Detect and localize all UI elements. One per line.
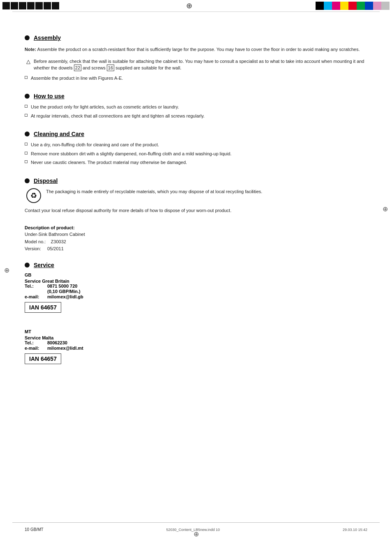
small-square-icon: [25, 76, 28, 79]
top-left-marks: [0, 0, 62, 12]
version-value: 05/2011: [47, 246, 64, 251]
cb-red: [348, 2, 357, 10]
warning-text-end: supplied are suitable for the wall.: [115, 65, 181, 70]
service-gb-ian-value: 64657: [41, 304, 57, 311]
ref-box-22: 22: [74, 65, 81, 71]
black-sq-5: [35, 2, 43, 9]
cleaning-text-2: Remove more stubborn dirt with a slightl…: [31, 150, 231, 157]
cleaning-header: Cleaning and Care: [25, 131, 367, 137]
page: ⊕ ⊕ ⊕ Assembly: [0, 0, 392, 540]
service-mt-block: MT Service Malta Tel.: 80062230 e-mail: …: [25, 329, 367, 372]
cleaning-bullet: [25, 132, 30, 136]
black-sq-4: [27, 2, 35, 9]
service-gb-name: Service Great Britain: [25, 279, 367, 284]
top-right-marks: [316, 0, 392, 12]
assembly-note-text: Note: Assemble the product on a scratch-…: [25, 47, 360, 52]
version-label: Version:: [25, 246, 41, 251]
service-gb-ian-label: IAN: [29, 304, 39, 311]
service-mt-tel-value: 80062230: [47, 340, 67, 345]
bottom-border: [12, 522, 380, 523]
black-sq-3: [19, 2, 26, 9]
service-gb-tel-sub: (0,10 GBP/Min.): [47, 289, 81, 294]
assembly-note-body: Assemble the product on a scratch-resist…: [37, 47, 360, 52]
recycle-icon: ♻: [26, 188, 41, 203]
description-model: Model no.: Z30032: [25, 238, 367, 246]
how-to-use-bullet: [25, 94, 30, 99]
disposal-icon-row: ♻ The packaging is made entirely of recy…: [26, 188, 367, 203]
how-to-use-section: How to use Use the product only for ligh…: [25, 93, 367, 119]
assembly-header: Assembly: [25, 35, 367, 41]
black-sq-2: [11, 2, 18, 9]
assembly-bullet-item-1: Assemble the product in line with Figure…: [25, 75, 367, 82]
service-mt-name: Service Malta: [25, 335, 367, 340]
service-mt-code: MT: [25, 329, 367, 334]
service-mt-ian-label: IAN: [29, 355, 39, 362]
disposal-title: Disposal: [34, 178, 58, 184]
model-label: Model no.:: [25, 239, 46, 244]
recycle-symbol: ♻: [30, 191, 37, 200]
how-to-use-title: How to use: [34, 93, 65, 99]
cleaning-item-2: Remove more stubborn dirt with a slightl…: [25, 150, 367, 157]
black-sq-6: [44, 2, 51, 9]
cleaning-text-1: Use a dry, non-fluffing cloth for cleani…: [31, 141, 159, 148]
service-mt-email-label: e-mail:: [25, 346, 47, 351]
how-to-use-header: How to use: [25, 93, 367, 99]
disposal-contact-text: Contact your local refuse disposal autho…: [25, 207, 367, 214]
service-gb-tel-label: Tel.:: [25, 284, 47, 288]
service-mt-tel-line: Tel.: 80062230: [25, 340, 367, 345]
cb-cyan: [324, 2, 332, 10]
small-square-icon: [25, 105, 28, 108]
cb-green: [357, 2, 365, 10]
service-gb-tel-sub-spacer: [25, 289, 47, 294]
warning-triangle-icon: △: [26, 58, 30, 65]
description-label: Description of product:: [25, 225, 367, 230]
service-mt-email-value: milomex@lidl.mt: [47, 346, 83, 351]
black-sq-1: [2, 2, 10, 9]
small-square-icon: [25, 114, 28, 117]
description-product: Under-Sink Bathroom Cabinet: [25, 231, 367, 238]
cleaning-title: Cleaning and Care: [34, 131, 84, 137]
assembly-note-label: Note:: [25, 47, 36, 52]
small-square-icon: [25, 143, 28, 145]
service-mt-email-line: e-mail: milomex@lidl.mt: [25, 346, 367, 351]
content-area: Assembly Note: Assemble the product on a…: [0, 12, 392, 416]
service-mt-tel-label: Tel.:: [25, 340, 47, 345]
service-gb-ian-box: IAN 64657: [25, 302, 61, 313]
assembly-item-text-1: Assemble the product in line with Figure…: [31, 75, 123, 82]
assembly-warning: △ Before assembly, check that the wall i…: [26, 58, 367, 72]
how-to-use-item-1: Use the product only for light articles,…: [25, 104, 367, 111]
cleaning-item-1: Use a dry, non-fluffing cloth for cleani…: [25, 141, 367, 148]
cb-magenta: [332, 2, 340, 10]
service-gb-tel-sub-line: (0,10 GBP/Min.): [25, 289, 367, 294]
service-gb-email-label: e-mail:: [25, 294, 47, 299]
top-center-mark: ⊕: [62, 0, 316, 12]
top-registration-bar: ⊕: [0, 0, 392, 12]
small-square-icon: [25, 152, 28, 155]
footer-locale: GB/MT: [30, 527, 44, 532]
service-gb-email-value: milomex@lidl.gb: [47, 294, 83, 299]
service-gb-code: GB: [25, 272, 367, 277]
service-bullet: [25, 263, 30, 268]
page-num: 10: [25, 527, 29, 532]
service-gb-block: GB Service Great Britain Tel.: 0871 5000…: [25, 272, 367, 320]
cleaning-text-3: Never use caustic cleaners. The product …: [31, 159, 187, 166]
disposal-recycle-text: The packaging is made entirely of recycl…: [46, 188, 262, 195]
service-gb-tel-line: Tel.: 0871 5000 720: [25, 284, 367, 288]
footer-date: 29.03.10 15:42: [343, 528, 367, 532]
cb-pink: [373, 2, 381, 10]
description-version: Version: 05/2011: [25, 245, 367, 253]
how-to-use-text-1: Use the product only for light articles,…: [31, 104, 179, 111]
service-header: Service: [25, 262, 367, 268]
color-bar: [316, 2, 390, 10]
ref-box-16: 16: [107, 65, 114, 71]
service-gb-tel-value: 0871 5000 720: [47, 284, 77, 288]
small-square-icon: [25, 160, 28, 163]
cleaning-item-3: Never use caustic cleaners. The product …: [25, 159, 367, 166]
service-gb-email-line: e-mail: milomex@lidl.gb: [25, 294, 367, 299]
crosshair-top: ⊕: [186, 1, 192, 10]
cb-gray: [381, 2, 390, 10]
black-squares: [0, 0, 62, 12]
disposal-bullet: [25, 178, 30, 183]
disposal-section: Disposal ♻ The packaging is made entirel…: [25, 178, 367, 214]
cleaning-section: Cleaning and Care Use a dry, non-fluffin…: [25, 131, 367, 166]
